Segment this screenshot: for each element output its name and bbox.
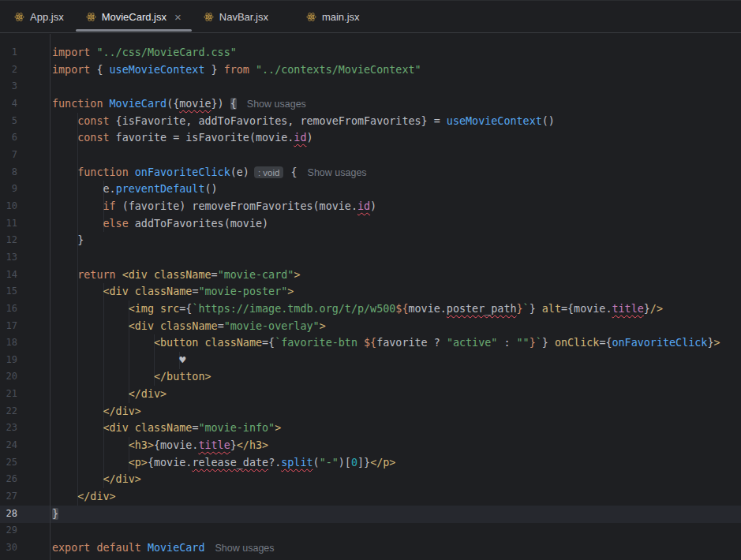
code-token (52, 473, 103, 485)
code-token: ) (370, 200, 376, 212)
code-line[interactable]: import { useMovieContext } from "../cont… (52, 62, 720, 79)
code-token: )[ (339, 457, 351, 469)
tab-app-jsx[interactable]: App.jsx (3, 1, 75, 32)
line-number[interactable]: 8 (0, 164, 17, 181)
code-token: default (96, 542, 140, 554)
code-token: (favorite) removeFromFavorites(movie. (116, 200, 357, 212)
code-token: = (211, 269, 218, 281)
code-line[interactable]: function MovieCard({movie}) {Show usages (52, 95, 720, 113)
code-line[interactable]: const {isFavorite, addToFavorites, remov… (52, 113, 720, 130)
code-area[interactable]: import "../css/MovieCard.css"import { us… (52, 44, 720, 557)
line-number[interactable]: 10 (0, 198, 17, 215)
line-number[interactable]: 3 (0, 78, 17, 95)
code-token: } (530, 303, 542, 315)
code-token: () (542, 115, 555, 127)
line-number[interactable]: 23 (0, 420, 17, 437)
line-number[interactable]: 29 (0, 522, 17, 539)
code-token: id (357, 200, 370, 212)
line-number[interactable]: 7 (0, 147, 17, 164)
code-line[interactable]: } (52, 506, 720, 523)
line-number[interactable]: 20 (0, 368, 17, 386)
code-token: } (542, 337, 555, 349)
line-number[interactable]: 16 (0, 301, 17, 318)
ide-window: App.jsxMovieCard.jsx×NavBar.jsxmain.jsx … (0, 0, 741, 560)
code-line[interactable]: </div> (52, 471, 720, 488)
tab-close-icon[interactable]: × (174, 11, 182, 23)
code-token: useMovieContext (447, 115, 542, 127)
code-token: > (275, 422, 281, 434)
line-number[interactable]: 18 (0, 334, 17, 352)
show-usages-hint[interactable]: Show usages (215, 543, 275, 554)
code-line[interactable]: </div> (52, 488, 720, 506)
line-number[interactable]: 28 (0, 506, 17, 523)
line-number[interactable]: 6 (0, 129, 17, 147)
line-number[interactable]: 21 (0, 386, 17, 403)
code-line[interactable]: import "../css/MovieCard.css" (52, 44, 720, 62)
line-number[interactable]: 25 (0, 454, 17, 472)
code-line[interactable]: e.preventDefault() (52, 181, 720, 198)
line-number[interactable]: 13 (0, 249, 17, 267)
line-number[interactable]: 14 (0, 267, 17, 284)
code-token: </p> (370, 457, 395, 469)
code-line[interactable]: if (favorite) removeFromFavorites(movie.… (52, 198, 720, 215)
code-token: 0 (351, 457, 357, 469)
code-line[interactable]: const favorite = isFavorite(movie.id) (52, 129, 720, 147)
code-line[interactable]: </button> (52, 368, 720, 386)
code-token: ({ (167, 98, 179, 110)
code-line[interactable]: ♥ (52, 352, 720, 369)
code-token: function (77, 166, 129, 178)
tab-main-jsx[interactable]: main.jsx (295, 1, 371, 32)
gutter-separator (50, 34, 51, 560)
line-number[interactable]: 11 (0, 215, 17, 233)
line-number[interactable]: 27 (0, 488, 17, 506)
show-usages-hint[interactable]: Show usages (308, 167, 367, 178)
code-token: className (160, 320, 218, 332)
code-token: </div> (129, 388, 167, 400)
react-icon (14, 12, 24, 22)
line-number[interactable]: 5 (0, 113, 17, 130)
code-line[interactable]: else addToFavorites(movie) (52, 215, 720, 233)
code-line[interactable] (52, 249, 720, 267)
code-token: import (52, 47, 90, 58)
code-line[interactable]: return <div className="movie-card"> (52, 267, 720, 284)
show-usages-hint[interactable]: Show usages (247, 99, 306, 110)
tab-navbar-jsx[interactable]: NavBar.jsx (193, 1, 279, 32)
code-line[interactable] (52, 522, 720, 539)
code-line[interactable]: <p>{movie.release_date?.split("-")[0]}</… (52, 454, 720, 472)
line-number[interactable]: 1 (0, 44, 17, 62)
code-line[interactable]: } (52, 232, 720, 249)
tab-moviecard-jsx[interactable]: MovieCard.jsx× (75, 1, 193, 32)
code-line[interactable]: <div className="movie-poster"> (52, 283, 720, 301)
code-token: `https://image.tmdb.org/t/p/w500 (192, 303, 395, 315)
code-line[interactable]: <h3>{movie.title}</h3> (52, 437, 720, 454)
code-line[interactable]: </div> (52, 403, 720, 420)
code-token: "movie-card" (218, 269, 294, 281)
line-number[interactable]: 4 (0, 95, 17, 113)
code-line[interactable]: export default MovieCardShow usages (52, 539, 720, 557)
code-line[interactable]: function onFavoriteClick(e): void {Show … (52, 164, 720, 181)
code-token: favorite = isFavorite(movie. (110, 132, 294, 144)
line-number[interactable]: 12 (0, 232, 17, 249)
code-line[interactable] (52, 78, 720, 95)
line-number[interactable]: 24 (0, 437, 17, 454)
line-number[interactable]: 17 (0, 318, 17, 335)
code-token (52, 166, 77, 178)
code-line[interactable]: <div className="movie-info"> (52, 420, 720, 437)
code-token (52, 320, 129, 332)
code-line[interactable]: <button className={`favorite-btn ${favor… (52, 334, 720, 352)
line-number[interactable]: 22 (0, 403, 17, 420)
line-number[interactable]: 26 (0, 471, 17, 488)
code-line[interactable] (52, 147, 720, 164)
code-line[interactable]: </div> (52, 386, 720, 403)
line-number[interactable]: 15 (0, 283, 17, 301)
line-number[interactable]: 2 (0, 62, 17, 79)
code-token: useMovieContext (110, 64, 205, 76)
code-line[interactable]: <img src={`https://image.tmdb.org/t/p/w5… (52, 301, 720, 318)
line-number[interactable]: 9 (0, 181, 17, 198)
editor[interactable]: 1234567891011121314151617181920212223242… (0, 34, 741, 560)
line-number[interactable]: 30 (0, 539, 17, 557)
code-line[interactable]: <div className="movie-overlay"> (52, 318, 720, 335)
code-token: "../contexts/MovieContext" (256, 64, 421, 76)
line-number-gutter[interactable]: 1234567891011121314151617181920212223242… (0, 44, 17, 557)
line-number[interactable]: 19 (0, 352, 17, 369)
